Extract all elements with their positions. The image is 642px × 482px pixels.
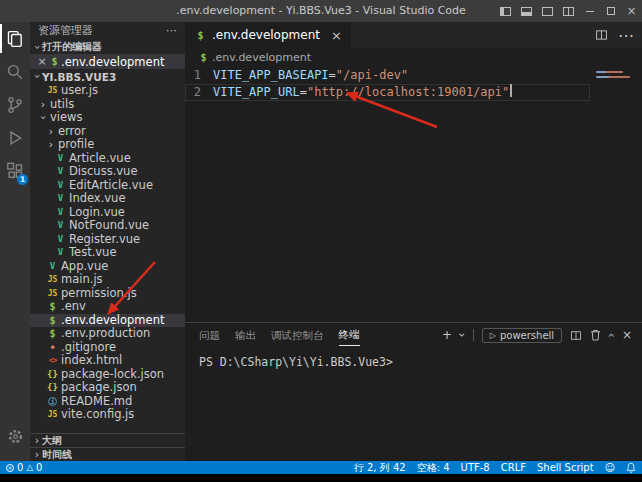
run-debug-icon[interactable] xyxy=(0,121,30,154)
tree-item[interactable]: JS permission.js xyxy=(30,287,185,301)
tree-item-label: permission.js xyxy=(61,287,137,301)
tree-item-label: index.html xyxy=(61,354,122,368)
explorer-icon[interactable] xyxy=(0,22,30,55)
file-type-icon: JS xyxy=(46,287,59,301)
tab-bar: $ .env.development × ⋯ xyxy=(185,22,642,48)
tree-item[interactable]: V Article.vue xyxy=(30,152,185,166)
tree-item[interactable]: › error xyxy=(30,125,185,139)
chevron-down-icon: › xyxy=(31,72,44,82)
source-control-icon[interactable] xyxy=(0,88,30,121)
tree-item-label: EditArticle.vue xyxy=(69,179,153,193)
breadcrumb-item[interactable]: .env.development xyxy=(212,51,311,64)
cursor-position[interactable]: 行 2, 列 42 xyxy=(354,461,406,474)
code-line-2[interactable]: 2VITE_APP_URL="http://localhost:19001/ap… xyxy=(185,84,590,101)
file-type-icon: V xyxy=(54,152,67,166)
maximize-button[interactable] xyxy=(600,0,621,22)
file-type-icon: V xyxy=(54,179,67,193)
tree-item[interactable]: JS vite.config.js xyxy=(30,408,185,422)
feedback-smiley-icon[interactable]: ☺ xyxy=(605,461,615,474)
tab-debug-console[interactable]: 调试控制台 xyxy=(271,325,324,346)
activity-bar: 1 xyxy=(0,22,30,461)
customize-layout-icon[interactable] xyxy=(558,0,579,22)
search-icon[interactable] xyxy=(0,55,30,88)
tree-item[interactable]: JS main.js xyxy=(30,273,185,287)
tab-close-icon[interactable]: × xyxy=(331,28,342,43)
kill-terminal-icon[interactable] xyxy=(590,329,601,341)
timeline-section-header[interactable]: › 时间线 xyxy=(30,447,185,461)
new-terminal-icon[interactable]: + xyxy=(442,328,452,342)
notifications-bell-icon[interactable] xyxy=(626,462,636,473)
tree-item[interactable]: i README.md xyxy=(30,395,185,409)
chevron-icon: › xyxy=(38,98,48,112)
tree-item[interactable]: $ .env.development xyxy=(30,314,185,328)
tree-item[interactable]: $ .env.production xyxy=(30,327,185,341)
file-type-icon: <> xyxy=(46,354,59,368)
explorer-more-actions-icon[interactable]: ⋯ xyxy=(166,22,177,40)
breadcrumb[interactable]: $ .env.development xyxy=(185,48,642,66)
tree-item[interactable]: ◆ .gitignore xyxy=(30,341,185,355)
shell-picker[interactable]: ▷ powershell xyxy=(482,328,562,343)
close-button[interactable]: × xyxy=(621,0,642,22)
tree-item[interactable]: V EditArticle.vue xyxy=(30,179,185,193)
problems-status[interactable]: 0 △ 0 xyxy=(6,461,42,474)
open-editors-label: 打开的编辑器 xyxy=(42,40,102,54)
tree-item[interactable]: › views xyxy=(30,111,185,125)
open-editor-item[interactable]: × $ .env.development xyxy=(30,54,185,69)
eol[interactable]: CRLF xyxy=(501,461,526,474)
tree-item-label: user.js xyxy=(61,84,98,98)
outline-section-header[interactable]: › 大纲 xyxy=(30,433,185,447)
tree-item[interactable]: V NotFound.vue xyxy=(30,219,185,233)
settings-gear-icon[interactable] xyxy=(0,420,30,453)
extensions-icon[interactable]: 1 xyxy=(0,154,30,187)
minimize-button[interactable] xyxy=(579,0,600,22)
tree-item[interactable]: V Index.vue xyxy=(30,192,185,206)
encoding[interactable]: UTF-8 xyxy=(461,461,490,474)
tree-item[interactable]: V Login.vue xyxy=(30,206,185,220)
tree-item[interactable]: › utils xyxy=(30,98,185,112)
toggle-sidebar-icon[interactable] xyxy=(495,0,516,22)
tree-item[interactable]: $ .env xyxy=(30,300,185,314)
env-file-icon: $ xyxy=(197,52,210,63)
code-editor[interactable]: 1VITE_APP_BASEAPI="/api-dev" 2VITE_APP_U… xyxy=(185,66,642,322)
tree-item[interactable]: {} package-lock.json xyxy=(30,368,185,382)
minimap-line xyxy=(596,71,623,74)
minimap[interactable] xyxy=(594,68,640,78)
tree-item[interactable]: {} package.json xyxy=(30,381,185,395)
chevron-icon: › xyxy=(36,113,50,123)
toggle-secondary-sidebar-icon[interactable] xyxy=(537,0,558,22)
file-type-icon: V xyxy=(54,165,67,179)
tree-item-label: README.md xyxy=(61,395,132,409)
tree-item[interactable]: <> index.html xyxy=(30,354,185,368)
code-line-1[interactable]: 1VITE_APP_BASEAPI="/api-dev" xyxy=(185,67,590,84)
tab-problems[interactable]: 问题 xyxy=(199,325,220,346)
close-editor-icon[interactable]: × xyxy=(36,55,48,68)
tree-item[interactable]: JS user.js xyxy=(30,84,185,98)
env-file-icon: $ xyxy=(194,30,207,41)
editor-more-actions-icon[interactable]: ⋯ xyxy=(618,26,634,45)
tab-env-development[interactable]: $ .env.development × xyxy=(185,22,352,48)
close-panel-icon[interactable]: × xyxy=(622,328,632,342)
tree-item[interactable]: V Register.vue xyxy=(30,233,185,247)
tree-item-label: .env.development xyxy=(61,314,164,328)
tree-item[interactable]: › profile xyxy=(30,138,185,152)
file-type-icon: V xyxy=(54,233,67,247)
tab-terminal[interactable]: 终端 xyxy=(339,324,360,346)
chevron-icon: › xyxy=(46,125,56,139)
toggle-panel-icon[interactable] xyxy=(516,0,537,22)
open-editors-section-header[interactable]: › 打开的编辑器 xyxy=(30,40,185,54)
tree-item[interactable]: V Discuss.vue xyxy=(30,165,185,179)
split-terminal-icon[interactable] xyxy=(570,330,582,341)
indentation[interactable]: 空格: 4 xyxy=(417,461,450,474)
maximize-panel-icon[interactable]: › xyxy=(605,333,619,338)
file-type-icon: {} xyxy=(46,368,59,382)
tree-item[interactable]: V Test.vue xyxy=(30,246,185,260)
terminal[interactable]: PS D:\CSharp\Yi\Yi.BBS.Vue3> xyxy=(185,347,642,369)
language-mode[interactable]: Shell Script xyxy=(537,461,594,474)
split-editor-icon[interactable] xyxy=(595,26,608,45)
project-section-header[interactable]: › YI.BBS.VUE3 xyxy=(30,69,185,84)
tab-output[interactable]: 输出 xyxy=(235,325,256,346)
warnings-icon: △ xyxy=(26,461,33,474)
tree-item[interactable]: V App.vue xyxy=(30,260,185,274)
tree-item-label: Test.vue xyxy=(69,246,116,260)
chevron-down-icon[interactable]: › xyxy=(455,333,469,338)
